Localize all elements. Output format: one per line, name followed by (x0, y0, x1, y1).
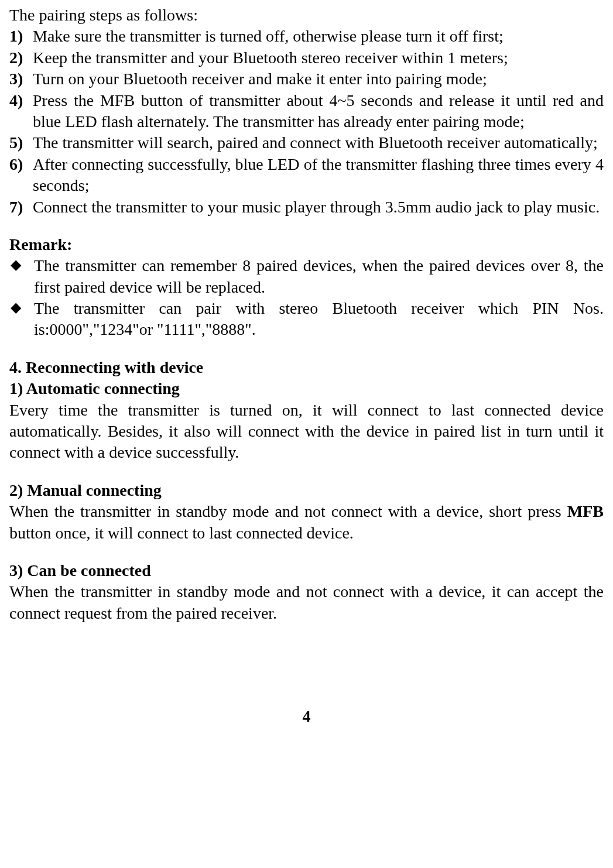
sub-heading-manual: 2) Manual connecting (9, 480, 604, 501)
list-item: 1) Make sure the transmitter is turned o… (9, 26, 604, 47)
list-item: 5) The transmitter will search, paired a… (9, 132, 604, 153)
list-item: ◆ The transmitter can pair with stereo B… (9, 298, 604, 341)
section-4-heading: 4. Reconnecting with device (9, 357, 604, 378)
remark-text: The transmitter can pair with stereo Blu… (34, 298, 604, 341)
list-item: 4) Press the MFB button of transmitter a… (9, 90, 604, 133)
diamond-bullet-icon: ◆ (9, 298, 34, 341)
mfb-label: MFB (567, 502, 604, 520)
step-number: 2) (9, 47, 33, 68)
can-be-connected-text: When the transmitter in standby mode and… (9, 581, 604, 624)
manual-text-prefix: When the transmitter in standby mode and… (9, 502, 567, 520)
pairing-intro: The pairing steps as follows: (9, 5, 604, 26)
list-item: 3) Turn on your Bluetooth receiver and m… (9, 68, 604, 90)
list-item: 7) Connect the transmitter to your music… (9, 197, 604, 218)
sub-heading-automatic: 1) Automatic connecting (9, 378, 604, 399)
sub-heading-can-be-connected: 3) Can be connected (9, 560, 604, 581)
diamond-bullet-icon: ◆ (9, 255, 34, 298)
step-text: Make sure the transmitter is turned off,… (33, 26, 604, 47)
list-item: ◆ The transmitter can remember 8 paired … (9, 255, 604, 298)
page-number: 4 (9, 706, 604, 727)
remark-heading: Remark: (9, 234, 604, 255)
pairing-steps-list: 1) Make sure the transmitter is turned o… (9, 26, 604, 218)
manual-connecting-text: When the transmitter in standby mode and… (9, 501, 604, 544)
step-number: 6) (9, 154, 33, 197)
step-text: Turn on your Bluetooth receiver and make… (33, 68, 604, 90)
manual-text-suffix: button once, it will connect to last con… (9, 524, 354, 542)
list-item: 6) After connecting successfully, blue L… (9, 154, 604, 197)
step-text: The transmitter will search, paired and … (33, 132, 604, 153)
step-number: 7) (9, 197, 33, 218)
step-number: 4) (9, 90, 33, 133)
step-number: 5) (9, 132, 33, 153)
step-text: Keep the transmitter and your Bluetooth … (33, 47, 604, 68)
step-text: Press the MFB button of transmitter abou… (33, 90, 604, 133)
list-item: 2) Keep the transmitter and your Bluetoo… (9, 47, 604, 68)
step-number: 1) (9, 26, 33, 47)
automatic-connecting-text: Every time the transmitter is turned on,… (9, 400, 604, 464)
remark-list: ◆ The transmitter can remember 8 paired … (9, 255, 604, 341)
remark-text: The transmitter can remember 8 paired de… (34, 255, 604, 298)
step-text: After connecting successfully, blue LED … (33, 154, 604, 197)
step-text: Connect the transmitter to your music pl… (33, 197, 604, 218)
step-number: 3) (9, 68, 33, 90)
